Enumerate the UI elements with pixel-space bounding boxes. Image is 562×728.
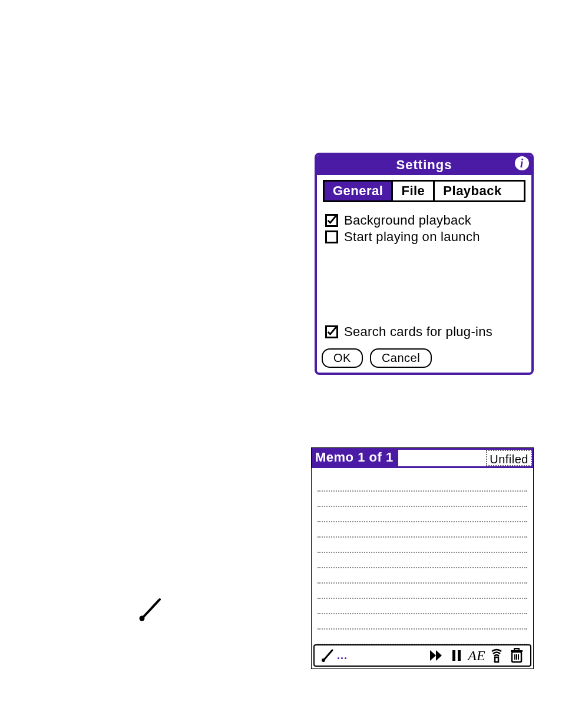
- svg-line-12: [143, 599, 160, 617]
- settings-buttons: OK Cancel: [322, 348, 432, 368]
- memo-line: [318, 476, 527, 492]
- svg-line-1: [325, 650, 332, 659]
- pause-icon[interactable]: [448, 647, 465, 664]
- memo-line: [318, 522, 527, 538]
- tab-playback[interactable]: Playback: [435, 182, 510, 200]
- cancel-button[interactable]: Cancel: [370, 348, 432, 368]
- titlebar-spacer: [398, 450, 487, 466]
- svg-rect-10: [514, 648, 519, 650]
- button-label: Cancel: [382, 351, 420, 364]
- beam-icon[interactable]: [488, 647, 505, 664]
- pen-icon[interactable]: [319, 647, 337, 664]
- memo-titlebar: Memo 1 of 1 Unfiled: [312, 448, 533, 468]
- settings-tabs: General File Playback: [323, 180, 525, 202]
- checkbox-icon: [325, 214, 338, 227]
- settings-dialog: Settings i General File Playback Backgro…: [315, 153, 534, 375]
- settings-title: Settings: [396, 157, 452, 173]
- ae-text-tool-icon[interactable]: AE: [468, 647, 485, 664]
- tab-label: General: [333, 183, 383, 198]
- settings-options: Background playback Start playing on lau…: [317, 202, 531, 245]
- ae-label: AE: [468, 648, 485, 664]
- option-start-on-launch[interactable]: Start playing on launch: [325, 229, 524, 245]
- memo-line: [318, 538, 527, 553]
- stylus-mark-icon: [137, 597, 163, 623]
- info-icon[interactable]: i: [515, 156, 529, 170]
- option-background-playback[interactable]: Background playback: [325, 213, 524, 228]
- memo-line: [318, 553, 527, 568]
- button-label: OK: [333, 351, 351, 364]
- svg-rect-2: [452, 650, 455, 661]
- memo-line: [318, 568, 527, 584]
- memo-category-selector[interactable]: Unfiled: [486, 450, 532, 466]
- tab-file[interactable]: File: [393, 182, 435, 200]
- option-label: Start playing on launch: [344, 229, 480, 245]
- memo-line: [318, 599, 527, 614]
- trash-icon[interactable]: [508, 647, 525, 664]
- svg-rect-4: [495, 657, 498, 662]
- fast-forward-icon[interactable]: [428, 647, 445, 664]
- option-label: Search cards for plug-ins: [344, 324, 492, 340]
- option-label: Background playback: [344, 213, 471, 228]
- settings-titlebar: Settings i: [317, 155, 531, 175]
- checkbox-icon: [325, 230, 338, 243]
- memo-line: [318, 584, 527, 599]
- svg-rect-3: [458, 650, 461, 661]
- memo-line: [318, 507, 527, 522]
- option-search-plugins[interactable]: Search cards for plug-ins: [325, 324, 492, 340]
- ok-button[interactable]: OK: [322, 348, 363, 368]
- memo-line: [318, 492, 527, 507]
- memo-category-label: Unfiled: [490, 453, 528, 466]
- memo-title: Memo 1 of 1: [312, 448, 398, 466]
- pen-menu-dots[interactable]: ...: [337, 650, 348, 662]
- memo-window: Memo 1 of 1 Unfiled ...: [311, 447, 534, 669]
- memo-line: [318, 630, 527, 645]
- tab-general[interactable]: General: [325, 182, 393, 200]
- tab-label: File: [401, 183, 425, 198]
- tab-label: Playback: [443, 183, 501, 198]
- memo-text-area[interactable]: [312, 468, 533, 645]
- memo-line: [318, 614, 527, 630]
- checkbox-icon: [325, 325, 338, 338]
- memo-toolbar: ... AE: [313, 644, 531, 667]
